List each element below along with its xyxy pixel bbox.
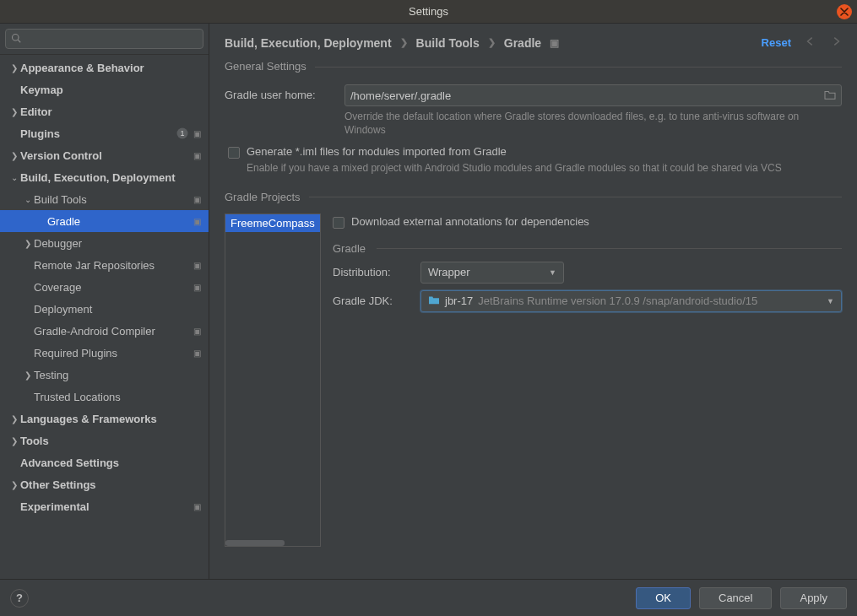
chevron-right-icon[interactable]: ❯ — [8, 151, 20, 160]
chevron-right-icon[interactable]: ❯ — [8, 107, 20, 116]
settings-tree[interactable]: ❯Appearance & BehaviorKeymap❯EditorPlugi… — [0, 55, 209, 579]
tree-item[interactable]: ❯Testing — [0, 364, 209, 386]
scope-icon: ▣ — [192, 348, 202, 358]
apply-button[interactable]: Apply — [780, 587, 847, 609]
generate-iml-checkbox[interactable] — [228, 147, 240, 159]
chevron-down-icon[interactable]: ⌄ — [8, 173, 20, 182]
tree-item[interactable]: ❯Appearance & Behavior — [0, 57, 209, 78]
tree-item[interactable]: Coverage▣ — [0, 276, 209, 298]
tree-item[interactable]: ❯Other Settings — [0, 473, 209, 495]
breadcrumb-item[interactable]: Build Tools — [416, 36, 480, 50]
ok-button[interactable]: OK — [636, 587, 691, 609]
distribution-value: Wrapper — [428, 266, 470, 278]
main-area: ❯Appearance & BehaviorKeymap❯EditorPlugi… — [0, 24, 857, 579]
project-detail: Download external annotations for depend… — [333, 213, 842, 547]
footer: ? OK Cancel Apply — [0, 579, 857, 616]
tree-item[interactable]: ⌄Build, Execution, Deployment — [0, 166, 209, 188]
scope-icon: ▣ — [192, 216, 202, 226]
distribution-select[interactable]: Wrapper ▼ — [420, 262, 564, 284]
chevron-down-icon: ▼ — [827, 297, 834, 305]
tree-item-label: Remote Jar Repositories — [34, 259, 188, 272]
tree-item[interactable]: Deployment — [0, 298, 209, 320]
chevron-right-icon[interactable]: ❯ — [8, 414, 20, 424]
tree-item[interactable]: ❯Tools — [0, 430, 209, 451]
tree-item[interactable]: ❯Editor — [0, 100, 209, 122]
gradle-user-home-input[interactable]: /home/server/.gradle — [344, 84, 842, 106]
chevron-right-icon[interactable]: ❯ — [8, 63, 20, 73]
search-input-wrap[interactable] — [5, 29, 203, 49]
help-button[interactable]: ? — [10, 589, 29, 608]
chevron-right-icon[interactable]: ❯ — [8, 436, 20, 446]
tree-item-label: Plugins — [20, 127, 176, 140]
svg-text:1: 1 — [180, 129, 184, 138]
generate-iml-label: Generate *.iml files for modules importe… — [247, 145, 842, 158]
tree-item-label: Debugger — [34, 237, 202, 250]
svg-point-0 — [13, 34, 19, 41]
tree-item-label: Experimental — [20, 500, 188, 513]
tree-item[interactable]: Remote Jar Repositories▣ — [0, 254, 209, 276]
tree-item[interactable]: ❯Version Control▣ — [0, 144, 209, 166]
tree-item-label: Build, Execution, Deployment — [20, 171, 202, 184]
tree-item[interactable]: Plugins1▣ — [0, 122, 209, 144]
scope-icon: ▣ — [192, 326, 202, 336]
scope-icon: ▣ — [192, 282, 202, 292]
chevron-down-icon[interactable]: ⌄ — [22, 195, 34, 204]
tree-item[interactable]: Required Plugins▣ — [0, 342, 209, 364]
search-input[interactable] — [24, 33, 198, 45]
content-header: Build, Execution, Deployment ❯ Build Too… — [209, 24, 857, 57]
jdk-select[interactable]: jbr-17 JetBrains Runtime version 17.0.9 … — [420, 290, 842, 312]
tree-item[interactable]: Gradle▣ — [0, 210, 209, 232]
tree-item[interactable]: Trusted Locations — [0, 386, 209, 408]
tree-item-label: Languages & Frameworks — [20, 413, 202, 425]
generate-iml-row[interactable]: Generate *.iml files for modules importe… — [228, 145, 842, 175]
folder-icon[interactable] — [824, 89, 836, 102]
tree-item-label: Deployment — [34, 303, 202, 316]
chevron-right-icon[interactable]: ❯ — [22, 239, 34, 248]
download-annotations-checkbox[interactable] — [333, 217, 344, 229]
chevron-right-icon: ❯ — [400, 37, 408, 48]
chevron-right-icon[interactable]: ❯ — [8, 480, 20, 489]
content-pane: Build, Execution, Deployment ❯ Build Too… — [209, 24, 857, 579]
titlebar: Settings — [0, 0, 857, 24]
tree-item[interactable]: ❯Languages & Frameworks — [0, 408, 209, 430]
download-annotations-label: Download external annotations for depend… — [351, 215, 842, 228]
breadcrumb: Build, Execution, Deployment ❯ Build Too… — [225, 36, 762, 50]
reset-link[interactable]: Reset — [762, 36, 791, 49]
projects-list[interactable]: FreemeCompass — [225, 213, 321, 547]
scope-icon: ▣ — [192, 128, 202, 138]
chevron-right-icon[interactable]: ❯ — [22, 370, 34, 380]
tree-item[interactable]: Gradle-Android Compiler▣ — [0, 320, 209, 342]
tree-item-label: Coverage — [34, 281, 188, 294]
content-body: General Settings Gradle user home: /home… — [209, 57, 857, 579]
scope-icon: ▣ — [550, 37, 559, 49]
tree-item[interactable]: ⌄Build Tools▣ — [0, 188, 209, 210]
jdk-detail: JetBrains Runtime version 17.0.9 /snap/a… — [478, 294, 757, 307]
tree-item-label: Editor — [20, 105, 202, 118]
tree-item-label: Tools — [20, 435, 202, 447]
breadcrumb-item: Gradle — [504, 36, 541, 50]
tree-item[interactable]: Advanced Settings — [0, 451, 209, 473]
project-item[interactable]: FreemeCompass — [225, 214, 320, 232]
section-title-projects: Gradle Projects — [225, 187, 842, 207]
tree-item-label: Testing — [34, 369, 202, 381]
tree-item[interactable]: Keymap — [0, 78, 209, 100]
tree-item[interactable]: ❯Debugger — [0, 232, 209, 254]
projects-scrollbar[interactable] — [225, 540, 320, 546]
jdk-row: Gradle JDK: jbr-17 JetBrains Runtime ver… — [333, 290, 842, 312]
download-annotations-row[interactable]: Download external annotations for depend… — [333, 215, 842, 229]
tree-item-label: Build Tools — [34, 193, 188, 206]
tree-item-label: Gradle-Android Compiler — [34, 325, 188, 338]
search-icon — [11, 33, 21, 46]
breadcrumb-item[interactable]: Build, Execution, Deployment — [225, 36, 392, 50]
tree-item[interactable]: Experimental▣ — [0, 495, 209, 517]
section-title-general: General Settings — [225, 57, 842, 76]
svg-line-1 — [18, 40, 20, 42]
tree-item-label: Advanced Settings — [20, 457, 202, 469]
scope-icon: ▣ — [192, 194, 202, 204]
tree-item-label: Keymap — [20, 84, 202, 96]
close-icon[interactable] — [837, 4, 852, 19]
cancel-button[interactable]: Cancel — [699, 587, 772, 609]
chevron-right-icon: ❯ — [488, 37, 496, 48]
window-title: Settings — [409, 5, 448, 18]
sidebar: ❯Appearance & BehaviorKeymap❯EditorPlugi… — [0, 24, 209, 579]
